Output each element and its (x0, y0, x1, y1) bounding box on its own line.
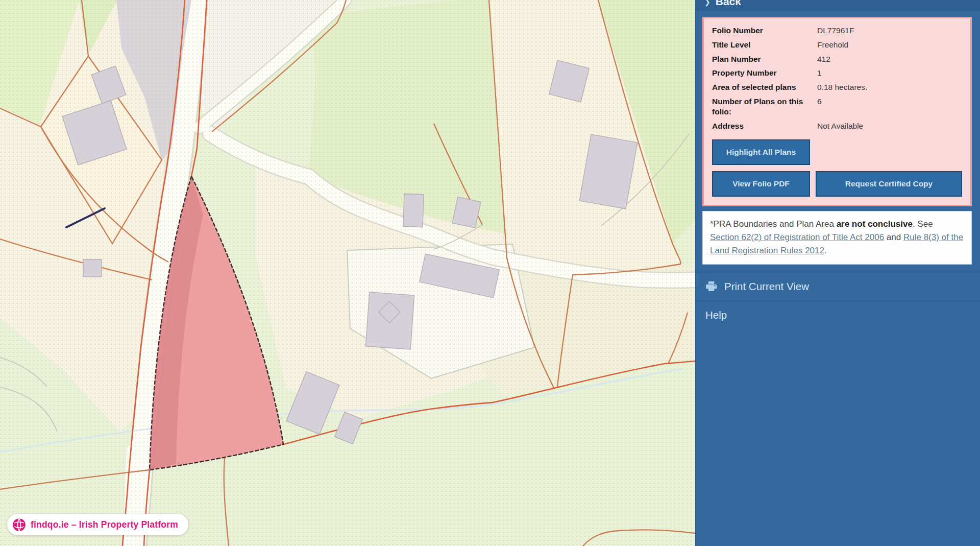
folio-number-value: DL77961F (817, 26, 962, 36)
property-number-label: Property Number (712, 68, 814, 78)
watermark-pill: findqo.ie – Irish Property Platform (7, 514, 188, 535)
watermark-text: findqo.ie – Irish Property Platform (31, 519, 178, 530)
address-label: Address (712, 121, 814, 131)
print-current-view-button[interactable]: Print Current View (696, 272, 980, 301)
folio-details: Folio Number DL77961F Title Level Freeho… (712, 26, 962, 131)
help-label: Help (705, 309, 727, 321)
disclaimer-prefix: *PRA Boundaries and Plan Area (710, 219, 837, 229)
disclaimer-bold: are not conclusive (837, 219, 913, 229)
highlight-all-plans-button[interactable]: Highlight All Plans (712, 139, 810, 165)
property-number-value: 1 (817, 68, 962, 78)
plan-number-label: Plan Number (712, 54, 814, 64)
title-level-label: Title Level (712, 40, 814, 50)
section-62-link[interactable]: Section 62(2) of Registration of Title A… (710, 232, 884, 242)
printer-icon (705, 280, 717, 292)
chevron-right-icon: ❯ (704, 0, 710, 6)
plans-count-value: 6 (817, 97, 962, 117)
back-label: Back (716, 0, 741, 8)
plan-number-value: 412 (817, 54, 962, 64)
folio-number-label: Folio Number (712, 26, 814, 36)
area-value: 0.18 hectares. (817, 82, 962, 92)
disclaimer-and: and (884, 232, 903, 242)
landdirect-map-viewer: findqo.ie – Irish Property Platform ❯ Ba… (0, 0, 980, 546)
disclaimer-see: . See (913, 219, 933, 229)
area-label: Area of selected plans (712, 82, 814, 92)
map-svg (0, 0, 695, 546)
sidebar: ❯ Back Folio Number DL77961F Title Level… (695, 0, 980, 546)
folio-info-panel: Folio Number DL77961F Title Level Freeho… (702, 17, 972, 206)
disclaimer-note: *PRA Boundaries and Plan Area are not co… (702, 211, 972, 265)
help-link[interactable]: Help (696, 301, 980, 329)
back-button[interactable]: ❯ Back (696, 0, 980, 11)
plans-count-label: Number of Plans on this folio: (712, 97, 814, 117)
print-current-view-label: Print Current View (724, 280, 809, 293)
findqo-globe-icon (12, 518, 26, 532)
view-folio-pdf-button[interactable]: View Folio PDF (712, 171, 810, 197)
folio-button-row: View Folio PDF Request Certified Copy (712, 171, 962, 197)
title-level-value: Freehold (817, 40, 962, 50)
disclaimer-suffix: . (824, 246, 827, 255)
address-value: Not Available (817, 121, 962, 131)
map-canvas[interactable]: findqo.ie – Irish Property Platform (0, 0, 695, 546)
request-certified-copy-button[interactable]: Request Certified Copy (816, 171, 962, 197)
